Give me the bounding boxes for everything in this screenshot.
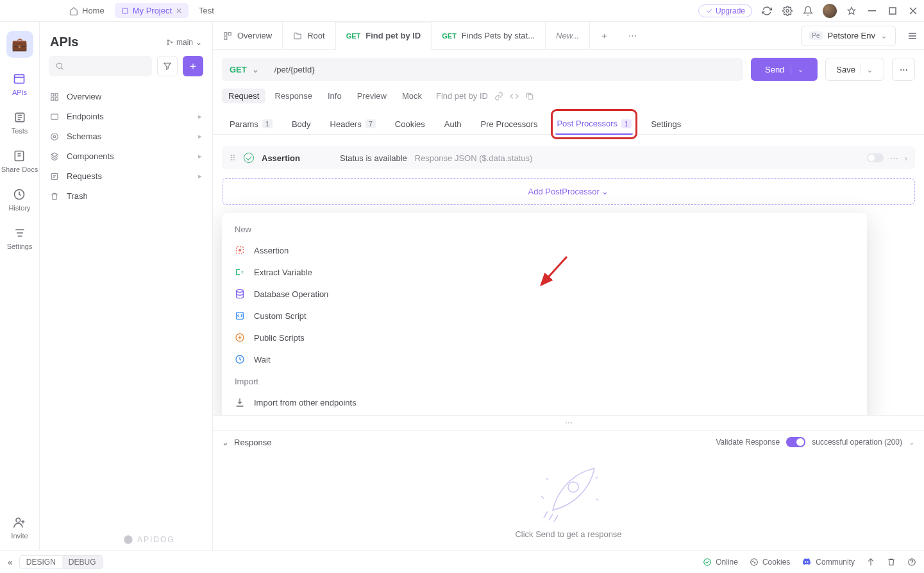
new-tab-button[interactable]: ＋ [590,22,618,49]
tab-pre-processors[interactable]: Pre Processors [480,114,539,134]
rail-item-invite[interactable]: Invite [11,515,28,540]
rail-item-history[interactable]: History [8,187,30,212]
rail-item-share[interactable]: Share Docs [1,149,38,173]
url-input[interactable]: /pet/{petId} [267,65,743,74]
titlebar-tab-project[interactable]: My Project ✕ [115,3,189,18]
subtab-request[interactable]: Request [222,89,265,103]
subtab-response[interactable]: Response [268,89,319,103]
tab-auth[interactable]: Auth [443,114,463,134]
svg-point-19 [51,133,58,140]
tab-headers[interactable]: Headers 7 [329,114,377,134]
status-online[interactable]: Online [703,558,738,567]
refresh-icon[interactable] [761,5,773,17]
validate-toggle[interactable] [786,437,805,447]
close-icon[interactable]: ✕ [176,6,182,15]
rail-item-apis[interactable]: APIs [12,72,27,96]
status-community[interactable]: Community [802,557,855,567]
search-input[interactable] [49,56,152,76]
assertion-toggle[interactable] [867,153,884,162]
add-postprocessor-button[interactable]: Add PostProcessor ⌄ [222,178,915,205]
status-cookies[interactable]: Cookies [750,558,790,567]
chevron-right-icon[interactable]: › [905,153,907,163]
window-minimize-icon[interactable] [866,5,878,17]
window-maximize-icon[interactable] [887,5,898,17]
titlebar-tab-home[interactable]: Home [63,3,111,18]
dropdown-item-assertion[interactable]: Assertion [222,239,867,261]
tab-overflow-button[interactable]: ⋯ [618,22,646,49]
tree-item-overview[interactable]: Overview [44,87,208,107]
environment-selector[interactable]: Pe Petstore Env ⌄ [801,26,896,46]
tree-label: Endpoints [67,112,104,121]
tree-item-endpoints[interactable]: Endpoints ▸ [44,107,208,126]
status-icon-1[interactable] [866,558,875,567]
rail-item-settings[interactable]: Settings [7,226,33,250]
tab-settings[interactable]: Settings [650,114,682,134]
pin-icon[interactable] [846,5,857,17]
code-icon[interactable] [510,92,519,101]
chevron-down-icon[interactable]: ⌄ [861,65,873,74]
status-help-icon[interactable] [907,558,916,567]
menu-button[interactable] [901,22,924,49]
dropdown-item-import[interactable]: Import from other endpoints [222,391,867,413]
mode-debug[interactable]: DEBUG [62,556,103,569]
filter-button[interactable] [157,56,178,76]
send-button[interactable]: Send ⌄ [751,58,818,81]
avatar[interactable] [823,4,837,18]
method-selector[interactable]: GET ⌄ [222,58,267,81]
collapse-toggle[interactable]: ⌄ [222,438,229,447]
collapse-left-icon[interactable]: « [8,557,13,567]
dropdown-item-public-scripts[interactable]: Public Scripts [222,327,867,348]
tab-body[interactable]: Body [290,114,312,134]
branch-selector[interactable]: main ⌄ [166,38,202,47]
gear-icon[interactable] [782,5,793,17]
status-trash-icon[interactable] [887,558,896,567]
window-close-icon[interactable] [907,5,919,17]
tab-cookies[interactable]: Cookies [394,114,426,134]
titlebar-tab-test[interactable]: Test [192,3,221,18]
main-tab-new[interactable]: New... [546,22,590,49]
main-tab-findpets-status[interactable]: GET Finds Pets by stat... [432,22,546,49]
dropdown-item-extract[interactable]: Extract Variable [222,261,867,283]
dropdown-item-database[interactable]: Database Operation [222,283,867,305]
link-icon[interactable] [494,92,503,101]
copy-icon[interactable] [525,92,534,101]
tree-item-trash[interactable]: Trash [44,186,208,206]
chevron-down-icon[interactable]: ⌄ [909,438,915,447]
mode-design[interactable]: DESIGN [20,556,62,569]
dropdown-item-script[interactable]: Custom Script [222,305,867,327]
request-tabs: Params 1 Body Headers 7 Cookies Auth Pre… [213,108,924,135]
main-tab-overview[interactable]: Overview [213,22,283,49]
upgrade-button[interactable]: Upgrade [698,4,752,17]
tab-post-processors[interactable]: Post Processors 1 [555,114,633,135]
tree-item-requests[interactable]: Requests ▸ [44,166,208,186]
bell-icon[interactable] [802,5,814,17]
assertion-row[interactable]: ⠿ Assertion Status is available Response… [222,146,915,169]
main-tab-findpet[interactable]: GET Find pet by ID [336,22,432,50]
more-button[interactable]: ⋯ [892,58,915,81]
response-status[interactable]: successful operation (200) [812,438,902,447]
dropdown-item-wait[interactable]: Wait [222,348,867,370]
subtab-info[interactable]: Info [321,89,348,103]
rocket-illustration-icon [533,465,604,523]
chevron-right-icon: ▸ [198,132,202,141]
resize-handle[interactable]: ⋯ [213,415,924,430]
svg-point-8 [16,518,21,522]
status-bar: « DESIGN DEBUG Online Cookies Community [0,550,924,573]
add-button[interactable]: ＋ [183,56,203,76]
breadcrumb: Find pet by ID [436,91,488,101]
dropdown-section-new: New [222,222,867,239]
more-icon[interactable]: ⋯ [890,153,898,163]
drag-handle-icon[interactable]: ⠿ [230,153,236,163]
tree-item-components[interactable]: Components ▸ [44,146,208,166]
workspace-logo[interactable]: 💼 [6,31,33,58]
subtab-preview[interactable]: Preview [351,89,393,103]
svg-rect-16 [55,98,58,100]
folder-icon [293,31,302,40]
chevron-down-icon[interactable]: ⌄ [791,65,803,74]
tree-item-schemas[interactable]: Schemas ▸ [44,126,208,146]
save-button[interactable]: Save ⌄ [825,58,884,81]
tab-params[interactable]: Params 1 [228,114,274,134]
rail-item-tests[interactable]: Tests [12,110,28,135]
main-tab-root[interactable]: Root [283,22,335,49]
subtab-mock[interactable]: Mock [396,89,428,103]
